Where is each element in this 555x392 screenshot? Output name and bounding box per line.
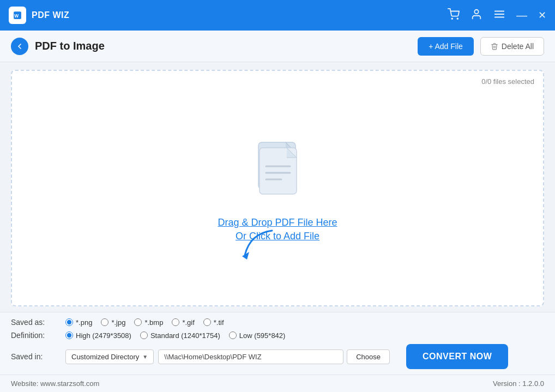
choose-button[interactable]: Choose: [347, 349, 390, 364]
svg-point-5: [474, 9, 478, 13]
svg-marker-17: [242, 252, 249, 260]
saved-in-row: Saved in: Customized Directory ▼ Choose …: [11, 344, 544, 369]
window-controls: — ✕: [448, 8, 546, 23]
user-icon[interactable]: [470, 8, 482, 23]
saved-in-label: Saved in:: [11, 352, 65, 361]
footer: Website: www.starzsoft.com Version : 1.2…: [0, 375, 555, 392]
definition-high[interactable]: High (2479*3508): [65, 331, 131, 340]
format-radio-group: *.png *.jpg *.bmp *.gif *.tif: [65, 318, 544, 327]
format-jpg[interactable]: *.jpg: [101, 318, 125, 327]
definition-label: Definition:: [11, 331, 65, 340]
drag-text[interactable]: Drag & Drop PDF File Here: [218, 217, 337, 228]
cart-icon[interactable]: [448, 8, 460, 23]
format-gif[interactable]: *.gif: [172, 318, 194, 327]
settings-bar: Saved as: *.png *.jpg *.bmp *.gif *.tif …: [0, 312, 555, 375]
version-text: Version : 1.2.0.0: [493, 379, 544, 388]
saved-as-label: Saved as:: [11, 318, 65, 327]
format-png[interactable]: *.png: [65, 318, 92, 327]
titlebar: W PDF WIZ — ✕: [0, 0, 555, 31]
dropdown-arrow-icon: ▼: [142, 354, 148, 360]
definition-low[interactable]: Low (595*842): [229, 331, 286, 340]
saved-as-row: Saved as: *.png *.jpg *.bmp *.gif *.tif: [11, 318, 544, 327]
minimize-icon[interactable]: —: [516, 9, 527, 22]
back-button[interactable]: [11, 38, 28, 55]
close-icon[interactable]: ✕: [538, 9, 546, 21]
click-text[interactable]: Or Click to Add File: [236, 231, 319, 242]
directory-path-input[interactable]: [158, 349, 343, 364]
menu-icon[interactable]: [493, 8, 505, 23]
svg-text:W: W: [14, 13, 19, 19]
drop-zone-container: 0/0 files selected: [0, 62, 555, 312]
definition-standard[interactable]: Standard (1240*1754): [140, 331, 220, 340]
delete-all-button[interactable]: Delete All: [480, 37, 544, 56]
header-actions: + Add File Delete All: [418, 37, 544, 56]
drop-zone-icon: [242, 134, 313, 207]
format-tif[interactable]: *.tif: [203, 318, 224, 327]
website-text: Website: www.starzsoft.com: [11, 379, 493, 388]
svg-point-4: [457, 18, 458, 19]
definition-row: Definition: High (2479*3508) Standard (1…: [11, 331, 544, 340]
files-count: 0/0 files selected: [481, 77, 534, 86]
add-file-button[interactable]: + Add File: [418, 37, 474, 56]
delete-all-label: Delete All: [502, 42, 534, 51]
format-bmp[interactable]: *.bmp: [134, 318, 163, 327]
drop-zone[interactable]: 0/0 files selected: [11, 70, 544, 306]
page-header: PDF to Image + Add File Delete All: [0, 31, 555, 62]
app-title: PDF WIZ: [32, 10, 448, 20]
app-logo: W: [9, 7, 26, 24]
svg-point-3: [451, 18, 453, 19]
directory-label: Customized Directory: [71, 353, 139, 361]
convert-button[interactable]: CONVERT NOW: [406, 344, 508, 369]
directory-dropdown[interactable]: Customized Directory ▼: [65, 349, 154, 364]
page-title: PDF to Image: [35, 40, 418, 52]
definition-radio-group: High (2479*3508) Standard (1240*1754) Lo…: [65, 331, 544, 340]
